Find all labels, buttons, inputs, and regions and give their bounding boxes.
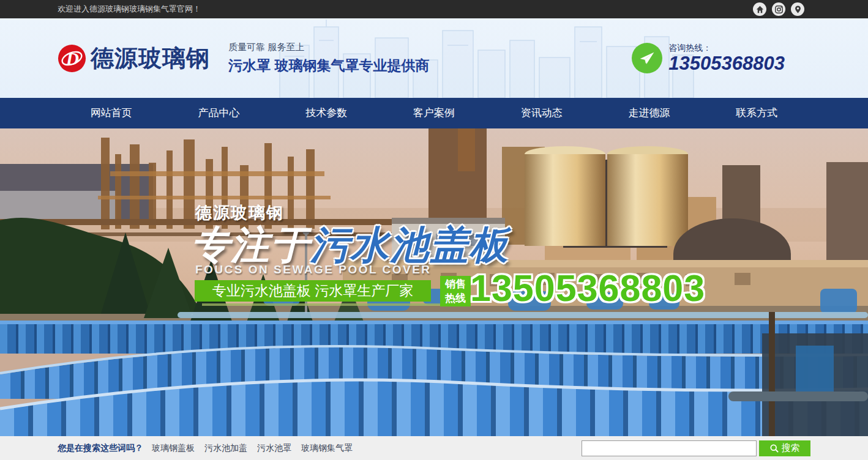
site-header: D 德源玻璃钢 质量可靠 服务至上 污水罩 玻璃钢集气罩专业提供商 咨询热线： … <box>0 18 868 98</box>
header-hotline: 咨询热线： 13505368803 <box>632 43 785 74</box>
keyword-link-4[interactable]: 玻璃钢集气罩 <box>301 443 353 454</box>
main-nav: 网站首页 产品中心 技术参数 客户案例 资讯动态 走进德源 联系方式 <box>0 98 868 128</box>
search-input[interactable] <box>582 440 757 456</box>
nav-item-about[interactable]: 走进德源 <box>596 98 703 128</box>
search-question: 您是在搜索这些词吗？ <box>58 443 143 454</box>
header-taglines: 质量可靠 服务至上 污水罩 玻璃钢集气罩专业提供商 <box>228 42 429 75</box>
nav-item-specs[interactable]: 技术参数 <box>272 98 380 128</box>
banner-slogan-en: FOUCS ON SEWAGE POOL COVER <box>195 263 432 276</box>
hero-banner: 德源玻璃钢 专注于污水池盖板 FOUCS ON SEWAGE POOL COVE… <box>0 128 868 436</box>
topbar: 欢迎进入德源玻璃钢玻璃钢集气罩官网！ <box>0 0 868 18</box>
magnifier-icon <box>770 444 779 453</box>
nav-item-news[interactable]: 资讯动态 <box>488 98 596 128</box>
banner-photo <box>0 128 868 436</box>
tagline-small: 质量可靠 服务至上 <box>228 42 429 53</box>
nav-item-contact[interactable]: 联系方式 <box>703 98 810 128</box>
search-button[interactable]: 搜索 <box>759 440 810 456</box>
nav-item-products[interactable]: 产品中心 <box>165 98 273 128</box>
logo-icon: D <box>58 44 86 73</box>
keyword-link-2[interactable]: 污水池加盖 <box>204 443 247 454</box>
keyword-link-1[interactable]: 玻璃钢盖板 <box>152 443 195 454</box>
search-bar: 您是在搜索这些词吗？ 玻璃钢盖板 污水池加盖 污水池罩 玻璃钢集气罩 搜索 <box>0 436 868 460</box>
topbar-social-icons <box>753 2 804 16</box>
banner-hotline-number: 13505368803 <box>470 267 705 310</box>
camera-icon[interactable] <box>772 2 785 16</box>
keyword-link-3[interactable]: 污水池罩 <box>257 443 291 454</box>
logo[interactable]: D 德源玻璃钢 <box>58 43 210 74</box>
banner-hotline-tag: 销售 热线 <box>440 276 471 306</box>
welcome-text: 欢迎进入德源玻璃钢玻璃钢集气罩官网！ <box>58 4 201 15</box>
paper-plane-icon <box>632 43 662 73</box>
home-icon[interactable] <box>753 2 766 16</box>
company-name: 德源玻璃钢 <box>91 43 210 74</box>
banner-badge[interactable]: 专业污水池盖板 污水罩生产厂家 <box>195 280 431 302</box>
tagline-big: 污水罩 玻璃钢集气罩专业提供商 <box>228 56 429 75</box>
nav-item-home[interactable]: 网站首页 <box>58 98 165 128</box>
hotline-number: 13505368803 <box>668 54 785 74</box>
location-pin-icon[interactable] <box>791 2 804 16</box>
nav-item-cases[interactable]: 客户案例 <box>380 98 488 128</box>
